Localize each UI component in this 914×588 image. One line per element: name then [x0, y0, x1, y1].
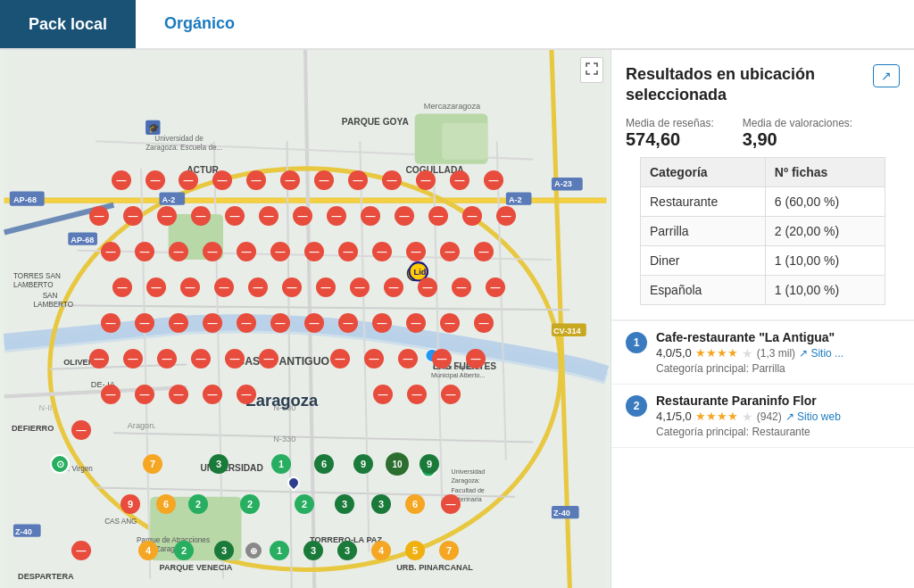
map-marker-red[interactable]: — [395, 206, 414, 226]
map-marker-red[interactable]: — [282, 277, 302, 297]
fullscreen-button[interactable] [580, 57, 603, 83]
listing-item[interactable]: 2 Restaurante Paraninfo Flor 4,1/5,0 ★★★… [611, 385, 914, 448]
map-marker-1b[interactable]: 1 [270, 541, 289, 560]
map-marker-red[interactable]: — [440, 242, 460, 261]
map-marker-red[interactable]: — [237, 385, 256, 404]
map-marker-red[interactable]: — [450, 170, 469, 190]
listings-area[interactable]: 1 Cafe-restaurante "La Antigua" 4,0/5,0 … [611, 320, 914, 588]
map-marker-2c[interactable]: 2 [295, 494, 314, 514]
map-marker-red[interactable]: — [180, 277, 200, 297]
map-marker-red[interactable]: — [203, 385, 222, 404]
map-marker-red[interactable]: — [416, 170, 436, 190]
map-marker-red[interactable]: — [112, 170, 131, 190]
map-marker-red[interactable]: — [440, 313, 460, 333]
map-marker-red[interactable]: — [89, 206, 109, 226]
map-marker-red[interactable]: — [157, 349, 177, 369]
map-marker-red[interactable]: — [407, 385, 427, 404]
map-marker-red[interactable]: — [441, 385, 461, 404]
map-marker-red[interactable]: — [327, 206, 346, 226]
map-marker-red[interactable]: — [157, 206, 177, 226]
map-marker-green-circle[interactable]: ⊙ [50, 454, 70, 474]
map-marker-red[interactable]: — [373, 385, 393, 404]
listing-item[interactable]: 1 Cafe-restaurante "La Antigua" 4,0/5,0 … [611, 321, 914, 385]
map-marker-red[interactable]: — [135, 313, 154, 333]
map-marker-red[interactable]: — [418, 277, 437, 297]
map-marker-red[interactable]: — [101, 242, 120, 261]
map-marker-red[interactable]: — [237, 242, 256, 261]
map-marker-7b[interactable]: 7 [439, 541, 459, 560]
map-marker-10[interactable]: 10 [386, 452, 409, 476]
map-marker-red[interactable]: — [330, 349, 350, 369]
map-marker-5[interactable]: 5 [405, 541, 425, 560]
map-marker-red[interactable]: — [364, 349, 384, 369]
map-marker-6b[interactable]: 6 [156, 494, 176, 514]
map-marker-red[interactable]: — [225, 349, 245, 369]
map-marker-red[interactable]: — [191, 349, 211, 369]
map-marker-red[interactable]: — [259, 206, 278, 226]
map-marker-red[interactable]: — [248, 277, 268, 297]
map-marker-red[interactable]: — [225, 206, 245, 226]
map-marker-red[interactable]: — [372, 242, 392, 261]
map-marker-red[interactable]: — [135, 385, 154, 404]
map-marker-9c[interactable]: 9 [120, 494, 140, 514]
map-marker-red[interactable]: — [145, 170, 165, 190]
map-marker-red[interactable]: — [259, 349, 278, 369]
tab-pack-local[interactable]: Pack local [0, 0, 136, 48]
map-marker-red[interactable]: — [484, 170, 503, 190]
map-marker-6[interactable]: 6 [314, 454, 334, 474]
map-marker-red-c[interactable]: — [71, 541, 91, 560]
trend-button[interactable]: ↗ [873, 64, 900, 87]
map-marker-3[interactable]: 3 [209, 454, 228, 474]
map-marker-3f[interactable]: 3 [337, 541, 357, 560]
map-marker-red[interactable]: — [169, 385, 188, 404]
map-marker-red[interactable]: — [214, 277, 234, 297]
map-marker-3d[interactable]: 3 [214, 541, 234, 560]
map-marker-3e[interactable]: 3 [303, 541, 323, 560]
map-marker-red[interactable]: — [428, 206, 448, 226]
map-marker-pin2[interactable]: ⊕ [245, 542, 262, 559]
map-marker-red-b[interactable]: — [441, 494, 461, 514]
map-marker-red[interactable]: — [123, 349, 143, 369]
map-marker-red[interactable]: — [237, 313, 256, 333]
map-marker-red[interactable]: — [338, 313, 358, 333]
map-marker-red[interactable]: — [496, 206, 516, 226]
map-marker-red[interactable]: — [293, 206, 312, 226]
map-marker-6c[interactable]: 6 [405, 494, 425, 514]
map-marker-red[interactable]: — [304, 242, 324, 261]
map-marker-red[interactable]: — [169, 313, 188, 333]
map-marker-4[interactable]: 4 [138, 541, 158, 560]
map-marker-red[interactable]: — [270, 242, 290, 261]
map-marker-1[interactable]: 1 [271, 454, 291, 474]
map-marker-red[interactable]: — [123, 206, 143, 226]
map-marker-red[interactable]: — [338, 242, 358, 261]
map-marker-red[interactable]: — [71, 420, 91, 440]
map-marker-2[interactable]: 2 [188, 494, 208, 514]
map-marker-red[interactable]: — [372, 313, 392, 333]
map-marker-red[interactable]: — [203, 242, 222, 261]
map-marker-red[interactable]: — [432, 349, 452, 369]
map-marker-red[interactable]: — [270, 313, 290, 333]
map-marker-red[interactable]: — [101, 313, 120, 333]
map-marker-red[interactable]: — [146, 277, 166, 297]
map-marker-red[interactable]: — [384, 277, 403, 297]
site-link[interactable]: ↗ Sitio ... [799, 347, 843, 360]
map-marker-red[interactable]: — [382, 170, 402, 190]
map-marker-red[interactable]: — [314, 170, 334, 190]
map-marker-2b[interactable]: 2 [240, 494, 260, 514]
map-marker-red[interactable]: — [169, 242, 188, 261]
map-marker-red[interactable]: — [466, 349, 486, 369]
map-marker-3b[interactable]: 3 [335, 494, 354, 514]
map-marker-red[interactable]: — [112, 277, 132, 297]
map-marker-red[interactable]: — [361, 206, 380, 226]
map-marker-red[interactable]: — [398, 349, 418, 369]
map-marker-red[interactable]: — [462, 206, 482, 226]
map-marker-red[interactable]: — [406, 242, 426, 261]
map-marker-red[interactable]: — [304, 313, 324, 333]
map-marker-red[interactable]: — [474, 242, 494, 261]
map-marker-red[interactable]: — [474, 313, 494, 333]
map-marker-3c[interactable]: 3 [371, 494, 391, 514]
map-marker-red[interactable]: — [316, 277, 336, 297]
map-marker-red[interactable]: — [191, 206, 211, 226]
map-marker-red[interactable]: — [406, 313, 426, 333]
map-marker-red[interactable]: — [89, 349, 109, 369]
